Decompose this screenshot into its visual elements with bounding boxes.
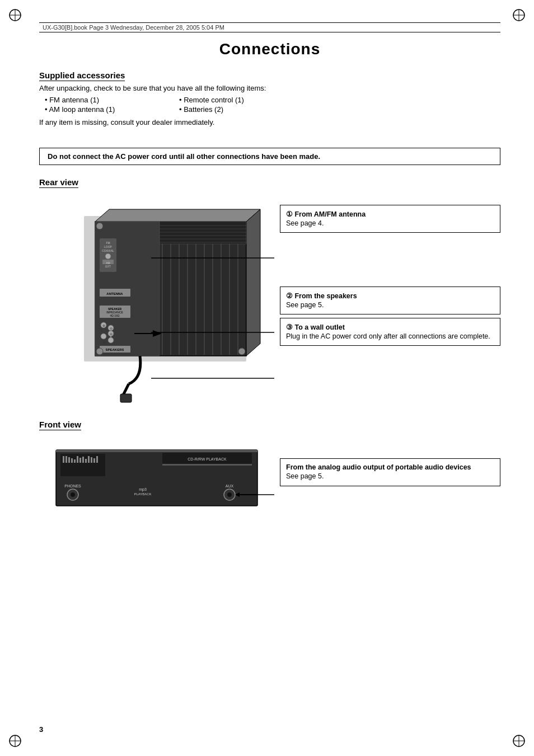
- svg-rect-81: [82, 457, 84, 463]
- callout-speakers-title: ② From the speakers: [286, 292, 494, 300]
- callout-speakers: ② From the speakers See page 5.: [280, 287, 500, 314]
- svg-rect-83: [88, 456, 90, 463]
- svg-text:PHONES: PHONES: [64, 484, 81, 488]
- svg-rect-27: [160, 222, 246, 244]
- accessory-item-4: Batteries (2): [179, 105, 291, 114]
- callout-antenna-num: ①: [286, 210, 294, 218]
- rear-view-diagram: ANTENNA SPEAKER IMPEDANCE 4Ω 16Ω ⊕ ⊖ ⊖ A: [39, 194, 274, 406]
- warning-text: Do not connect the AC power cord until a…: [48, 152, 320, 161]
- front-view-section: Front view CD-R/RW PLAYBACK: [39, 420, 500, 525]
- svg-text:FM: FM: [106, 241, 110, 245]
- front-callouts: From the analog audio output of portable…: [280, 436, 500, 490]
- svg-text:⊕: ⊕: [102, 341, 105, 344]
- svg-point-66: [96, 348, 103, 355]
- svg-rect-82: [85, 459, 87, 463]
- svg-point-56: [105, 253, 111, 259]
- corner-mark-tr: [510, 7, 527, 24]
- svg-point-89: [71, 492, 75, 497]
- svg-rect-72: [162, 464, 252, 466]
- svg-rect-74: [63, 456, 64, 463]
- front-view-diagram: CD-R/RW PLAYBACK: [39, 436, 274, 525]
- callout-wall-outlet-title: ③ To a wall outlet: [286, 323, 494, 331]
- svg-rect-75: [65, 456, 67, 463]
- callout-antenna-title: ① From AM/FM antenna: [286, 210, 494, 218]
- supplied-accessories-heading: Supplied accessories: [39, 71, 125, 81]
- svg-marker-14: [95, 209, 260, 222]
- accessory-item-2: Remote control (1): [179, 96, 291, 104]
- front-view-diagram-container: CD-R/RW PLAYBACK: [39, 436, 500, 525]
- supplied-accessories-section: Supplied accessories After unpacking, ch…: [39, 71, 500, 126]
- callout-speakers-detail: See page 5.: [286, 301, 494, 309]
- svg-rect-85: [93, 458, 95, 463]
- svg-rect-80: [79, 458, 81, 463]
- svg-rect-77: [71, 458, 73, 463]
- svg-text:⊕: ⊕: [102, 324, 105, 327]
- page: UX-G30[B].book Page 3 Wednesday, Decembe…: [0, 0, 534, 756]
- callout-antenna: ① From AM/FM antenna See page 4.: [280, 205, 500, 233]
- svg-text:AUX: AUX: [226, 484, 234, 488]
- svg-text:ANTENNA: ANTENNA: [106, 292, 123, 295]
- rear-view-diagram-container: ANTENNA SPEAKER IMPEDANCE 4Ω 16Ω ⊕ ⊖ ⊖ A: [39, 194, 500, 406]
- header-text: UX-G30[B].book Page 3 Wednesday, Decembe…: [43, 24, 224, 31]
- svg-text:LOOP: LOOP: [104, 245, 113, 248]
- callout-aux-detail: See page 5.: [286, 472, 494, 480]
- warning-box: Do not connect the AC power cord until a…: [39, 148, 500, 165]
- svg-point-67: [238, 348, 245, 355]
- svg-rect-78: [74, 459, 76, 463]
- svg-rect-76: [68, 457, 70, 463]
- callout-wall-outlet-num: ③: [286, 323, 294, 331]
- callout-antenna-detail: See page 4.: [286, 219, 494, 227]
- rear-view-section: Rear view: [39, 177, 500, 406]
- svg-rect-61: [120, 394, 132, 402]
- callout-aux-title: From the analog audio output of portable…: [286, 463, 494, 471]
- svg-rect-84: [91, 457, 92, 463]
- corner-mark-tl: [7, 7, 24, 24]
- svg-rect-79: [77, 456, 78, 463]
- svg-text:SPEAKERS: SPEAKERS: [105, 348, 124, 351]
- corner-mark-br: [510, 732, 527, 749]
- rear-view-heading: Rear view: [39, 177, 78, 188]
- svg-text:⊖: ⊖: [110, 327, 113, 330]
- svg-marker-15: [246, 209, 260, 356]
- svg-text:PLAYBACK: PLAYBACK: [134, 492, 151, 496]
- svg-text:CD-R/RW PLAYBACK: CD-R/RW PLAYBACK: [188, 457, 227, 461]
- accessory-item-3: AM loop antenna (1): [45, 105, 157, 114]
- svg-rect-69: [56, 450, 257, 452]
- front-view-heading: Front view: [39, 420, 81, 430]
- svg-point-48: [108, 337, 114, 343]
- svg-point-46: [101, 334, 106, 339]
- rear-callouts: ① From AM/FM antenna See page 4. ② From …: [280, 194, 500, 349]
- callout-wall-outlet-detail: Plug in the AC power cord only after all…: [286, 332, 494, 340]
- svg-point-65: [96, 223, 103, 229]
- callout-spacer-1: [280, 236, 500, 287]
- svg-text:mp3: mp3: [139, 487, 147, 492]
- accessories-intro: After unpacking, check to be sure that y…: [39, 84, 500, 92]
- header-bar: UX-G30[B].book Page 3 Wednesday, Decembe…: [39, 22, 500, 32]
- accessories-missing-note: If any item is missing, consult your dea…: [39, 118, 500, 126]
- svg-text:COAXIAL: COAXIAL: [102, 249, 114, 252]
- callout-wall-outlet: ③ To a wall outlet Plug in the AC power …: [280, 318, 500, 346]
- corner-mark-bl: [7, 732, 24, 749]
- svg-rect-86: [96, 456, 98, 463]
- callout-speakers-num: ②: [286, 292, 294, 300]
- page-number: 3: [39, 725, 43, 734]
- accessory-item-1: FM antenna (1): [45, 96, 157, 104]
- svg-point-94: [227, 492, 232, 497]
- svg-text:4Ω 16Ω: 4Ω 16Ω: [110, 314, 119, 317]
- accessories-list: FM antenna (1) Remote control (1) AM loo…: [45, 96, 500, 114]
- page-title: Connections: [39, 40, 500, 58]
- svg-text:EXT: EXT: [105, 265, 111, 268]
- callout-aux: From the analog audio output of portable…: [280, 458, 500, 486]
